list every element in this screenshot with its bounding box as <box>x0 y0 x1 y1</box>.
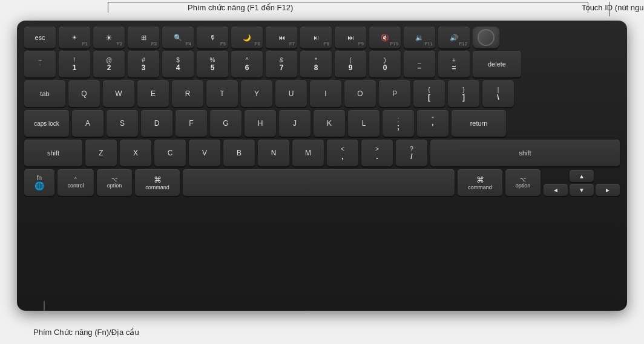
key-t[interactable]: T <box>206 80 238 107</box>
key-c[interactable]: C <box>154 140 186 166</box>
keyboard: esc ☀ F1 ☀ F2 ⊞ F3 🔍 F4 🎙 F5 🌙 F6 ⏮ F7 <box>17 21 627 311</box>
key-0[interactable]: ) 0 <box>369 51 401 77</box>
key-u[interactable]: U <box>275 80 307 107</box>
key-arrow-right[interactable]: ► <box>596 184 620 196</box>
key-slash[interactable]: ? / <box>396 140 427 166</box>
key-k[interactable]: K <box>314 110 345 137</box>
key-comma[interactable]: < , <box>327 140 358 166</box>
key-b[interactable]: B <box>223 140 255 166</box>
key-q[interactable]: Q <box>68 80 100 107</box>
key-command-left[interactable]: ⌘ command <box>135 169 180 196</box>
key-f8[interactable]: ⏯ F8 <box>300 27 332 48</box>
key-open-bracket[interactable]: { [ <box>413 80 445 107</box>
key-f6[interactable]: 🌙 F6 <box>231 27 263 48</box>
key-1[interactable]: ! 1 <box>59 51 90 77</box>
key-g[interactable]: G <box>210 110 242 137</box>
key-4[interactable]: $ 4 <box>162 51 194 77</box>
key-f7[interactable]: ⏮ F7 <box>266 27 297 48</box>
key-f5[interactable]: 🎙 F5 <box>197 27 228 48</box>
key-s[interactable]: S <box>107 110 138 137</box>
key-h[interactable]: H <box>245 110 276 137</box>
bottom-fn-line <box>44 301 45 311</box>
key-option-left[interactable]: ⌥ option <box>97 169 132 196</box>
key-8[interactable]: * 8 <box>300 51 332 77</box>
arrow-cluster: ▲ ◄ ▼ ► <box>544 169 620 196</box>
key-command-right[interactable]: ⌘ command <box>458 169 502 196</box>
key-arrow-left[interactable]: ◄ <box>544 184 568 196</box>
key-f10[interactable]: 🔇 F10 <box>369 27 401 48</box>
fn-keys-text: Phím chức năng (F1 đến F12) <box>188 3 293 12</box>
key-2[interactable]: @ 2 <box>93 51 125 77</box>
key-delete[interactable]: delete <box>473 51 521 77</box>
key-shift-left[interactable]: shift <box>24 140 82 166</box>
key-f4[interactable]: 🔍 F4 <box>162 27 194 48</box>
key-control[interactable]: ⌃ control <box>58 169 94 196</box>
key-7[interactable]: & 7 <box>266 51 297 77</box>
key-f2[interactable]: ☀ F2 <box>93 27 125 48</box>
key-semicolon[interactable]: : ; <box>383 110 414 137</box>
touch-id-text: Touch ID (nút nguồn) <box>582 3 644 12</box>
key-esc[interactable]: esc <box>24 27 56 48</box>
key-a[interactable]: A <box>72 110 104 137</box>
key-n[interactable]: N <box>258 140 289 166</box>
key-equals[interactable]: + = <box>438 51 470 77</box>
key-o[interactable]: O <box>344 80 376 107</box>
key-x[interactable]: X <box>120 140 151 166</box>
key-5[interactable]: % 5 <box>197 51 228 77</box>
key-f11[interactable]: 🔉 F11 <box>404 27 435 48</box>
key-9[interactable]: ( 9 <box>335 51 366 77</box>
key-m[interactable]: M <box>292 140 324 166</box>
key-backslash[interactable]: | \ <box>482 80 514 107</box>
key-y[interactable]: Y <box>241 80 272 107</box>
key-period[interactable]: > . <box>361 140 393 166</box>
key-return[interactable]: return <box>452 110 506 137</box>
key-f9[interactable]: ⏭ F9 <box>335 27 366 48</box>
key-fn-globe[interactable]: fn 🌐 <box>24 169 54 196</box>
key-v[interactable]: V <box>189 140 220 166</box>
key-backtick[interactable]: ~ ` <box>24 51 56 77</box>
key-touch-id[interactable] <box>473 27 499 48</box>
key-quote[interactable]: " ' <box>417 110 448 137</box>
key-p[interactable]: P <box>379 80 410 107</box>
key-option-right[interactable]: ⌥ option <box>505 169 540 196</box>
key-z[interactable]: Z <box>85 140 117 166</box>
key-arrow-up[interactable]: ▲ <box>570 170 594 182</box>
key-f1[interactable]: ☀ F1 <box>59 27 90 48</box>
key-w[interactable]: W <box>103 80 134 107</box>
key-6[interactable]: ^ 6 <box>231 51 263 77</box>
key-space[interactable] <box>183 169 455 196</box>
key-d[interactable]: D <box>141 110 172 137</box>
key-minus[interactable]: _ – <box>404 51 435 77</box>
key-f[interactable]: F <box>176 110 207 137</box>
key-i[interactable]: I <box>310 80 341 107</box>
key-j[interactable]: J <box>279 110 310 137</box>
key-tab[interactable]: tab <box>24 80 65 107</box>
key-shift-right[interactable]: shift <box>430 140 620 166</box>
key-close-bracket[interactable]: } ] <box>448 80 479 107</box>
key-caps-lock[interactable]: caps lock <box>24 110 69 137</box>
bottom-fn-label: Phím Chức năng (Fn)/Địa cầu <box>33 328 139 337</box>
key-arrow-down[interactable]: ▼ <box>570 184 594 196</box>
key-3[interactable]: # 3 <box>128 51 159 77</box>
key-e[interactable]: E <box>137 80 169 107</box>
key-r[interactable]: R <box>172 80 203 107</box>
key-l[interactable]: L <box>348 110 380 137</box>
key-f3[interactable]: ⊞ F3 <box>128 27 159 48</box>
key-f12[interactable]: 🔊 F12 <box>438 27 470 48</box>
